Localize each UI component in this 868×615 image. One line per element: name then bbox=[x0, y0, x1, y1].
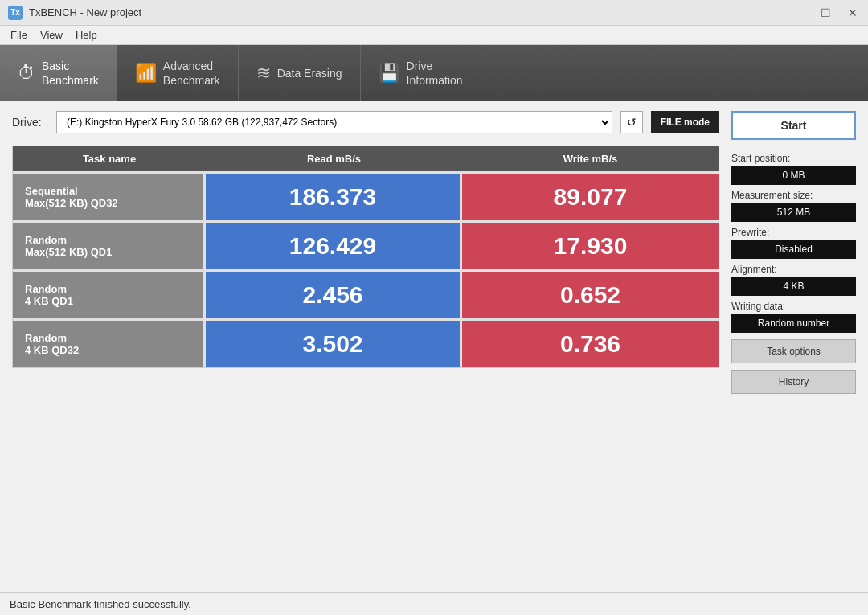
table-row: Random4 KB QD1 2.456 0.652 bbox=[13, 269, 719, 318]
write-value-0: 89.077 bbox=[462, 174, 719, 220]
writing-data-label: Writing data: bbox=[731, 301, 856, 312]
data-erasing-icon: ≋ bbox=[256, 63, 271, 84]
writing-data-value: Random number bbox=[731, 314, 856, 333]
task-name-2: Random4 KB QD1 bbox=[13, 272, 206, 318]
header-write: Write mB/s bbox=[462, 146, 719, 171]
data-erasing-label: Data Erasing bbox=[277, 66, 342, 80]
alignment-label: Alignment: bbox=[731, 264, 856, 275]
read-value-3: 3.502 bbox=[206, 321, 462, 367]
maximize-button[interactable]: ☐ bbox=[818, 6, 833, 19]
read-value-2: 2.456 bbox=[206, 272, 462, 318]
menu-view[interactable]: View bbox=[34, 27, 69, 43]
advanced-benchmark-icon: 📶 bbox=[135, 63, 157, 84]
benchmark-table: Task name Read mB/s Write mB/s Sequentia… bbox=[12, 146, 719, 368]
drive-label: Drive: bbox=[12, 116, 48, 129]
app-icon: Tx bbox=[8, 6, 23, 20]
read-value-1: 126.429 bbox=[206, 223, 462, 269]
prewrite-label: Prewrite: bbox=[731, 227, 856, 238]
menu-bar: File View Help bbox=[0, 26, 868, 45]
left-panel: Drive: (E:) Kingston HyperX Fury 3.0 58.… bbox=[12, 111, 719, 583]
right-panel: Start Start position: 0 MB Measurement s… bbox=[731, 111, 856, 583]
status-message: Basic Benchmark finished successfully. bbox=[10, 598, 191, 610]
measurement-size-value: 512 MB bbox=[731, 203, 856, 222]
status-bar: Basic Benchmark finished successfully. bbox=[0, 592, 868, 615]
start-position-value: 0 MB bbox=[731, 166, 856, 185]
menu-file[interactable]: File bbox=[4, 27, 34, 43]
task-name-0: SequentialMax(512 KB) QD32 bbox=[13, 174, 206, 220]
read-value-0: 186.373 bbox=[206, 174, 462, 220]
write-value-3: 0.736 bbox=[462, 321, 719, 367]
drive-refresh-button[interactable]: ↺ bbox=[620, 111, 643, 133]
title-bar: Tx TxBENCH - New project — ☐ ✕ bbox=[0, 0, 868, 26]
menu-help[interactable]: Help bbox=[69, 27, 104, 43]
tab-data-erasing[interactable]: ≋ Data Erasing bbox=[239, 45, 361, 101]
window-title: TxBENCH - New project bbox=[29, 6, 141, 18]
write-value-1: 17.930 bbox=[462, 223, 719, 269]
header-read: Read mB/s bbox=[206, 146, 462, 171]
header-task: Task name bbox=[13, 146, 206, 171]
minimize-button[interactable]: — bbox=[790, 6, 806, 19]
table-row: Random4 KB QD32 3.502 0.736 bbox=[13, 318, 719, 367]
file-mode-button[interactable]: FILE mode bbox=[651, 111, 719, 133]
measurement-size-label: Measurement size: bbox=[731, 190, 856, 201]
tab-basic-benchmark[interactable]: ⏱ BasicBenchmark bbox=[0, 45, 117, 101]
tab-drive-information[interactable]: 💾 DriveInformation bbox=[361, 45, 481, 101]
history-button[interactable]: History bbox=[731, 370, 856, 394]
drive-row: Drive: (E:) Kingston HyperX Fury 3.0 58.… bbox=[12, 111, 719, 133]
drive-select[interactable]: (E:) Kingston HyperX Fury 3.0 58.62 GB (… bbox=[56, 111, 612, 133]
alignment-value: 4 KB bbox=[731, 277, 856, 296]
table-row: RandomMax(512 KB) QD1 126.429 17.930 bbox=[13, 220, 719, 269]
basic-benchmark-icon: ⏱ bbox=[18, 63, 35, 84]
tab-advanced-benchmark[interactable]: 📶 AdvancedBenchmark bbox=[117, 45, 239, 101]
task-options-button[interactable]: Task options bbox=[731, 339, 856, 363]
write-value-2: 0.652 bbox=[462, 272, 719, 318]
window-controls: — ☐ ✕ bbox=[790, 6, 860, 19]
drive-information-label: DriveInformation bbox=[407, 59, 463, 88]
title-bar-left: Tx TxBENCH - New project bbox=[8, 6, 141, 20]
advanced-benchmark-label: AdvancedBenchmark bbox=[163, 59, 220, 88]
basic-benchmark-label: BasicBenchmark bbox=[42, 59, 99, 88]
task-name-3: Random4 KB QD32 bbox=[13, 321, 206, 367]
table-header: Task name Read mB/s Write mB/s bbox=[13, 146, 719, 171]
start-position-label: Start position: bbox=[731, 153, 856, 164]
start-button[interactable]: Start bbox=[731, 111, 856, 140]
prewrite-value: Disabled bbox=[731, 240, 856, 259]
task-name-1: RandomMax(512 KB) QD1 bbox=[13, 223, 206, 269]
close-button[interactable]: ✕ bbox=[845, 6, 860, 19]
drive-info-icon: 💾 bbox=[379, 63, 400, 84]
toolbar: ⏱ BasicBenchmark 📶 AdvancedBenchmark ≋ D… bbox=[0, 45, 868, 101]
main-content: Drive: (E:) Kingston HyperX Fury 3.0 58.… bbox=[0, 101, 868, 592]
table-row: SequentialMax(512 KB) QD32 186.373 89.07… bbox=[13, 171, 719, 220]
